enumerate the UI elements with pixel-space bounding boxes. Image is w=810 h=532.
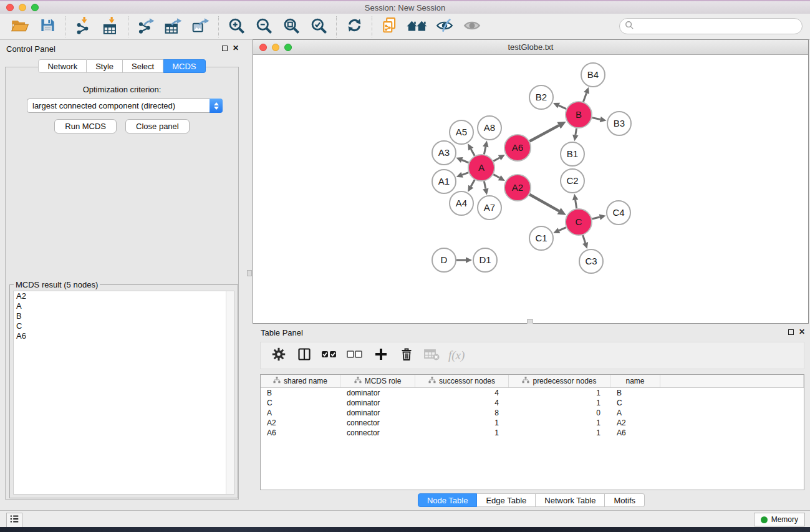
column-header-predecessor-nodes[interactable]: predecessor nodes bbox=[509, 375, 610, 387]
memory-label: Memory bbox=[771, 515, 798, 524]
show-graphics-details-button bbox=[461, 16, 483, 38]
graph-node-label: A6 bbox=[512, 142, 523, 153]
table-row[interactable]: A2connector11A2 bbox=[261, 418, 804, 428]
network-snapshot-button[interactable] bbox=[378, 16, 401, 38]
trash-icon bbox=[399, 347, 414, 364]
import-table-icon bbox=[102, 16, 119, 37]
toolbar-separator bbox=[372, 16, 372, 37]
mcds-result-box: MCDS result (5 nodes) A2ABCA6 bbox=[9, 284, 238, 498]
select-all-columns-button[interactable] bbox=[318, 344, 341, 367]
control-panel-tabs: NetworkStyleSelectMCDS bbox=[0, 59, 244, 73]
eye-slash-icon bbox=[435, 17, 454, 37]
table-row[interactable]: Adominator80A bbox=[261, 408, 804, 418]
zoom-fit-button[interactable] bbox=[280, 16, 302, 38]
hide-graphics-details-button[interactable] bbox=[433, 16, 456, 38]
graph-node-label: B bbox=[576, 109, 582, 120]
column-type-icon bbox=[273, 377, 281, 385]
toolbar-separator bbox=[336, 16, 337, 37]
tab-network-table[interactable]: Network Table bbox=[536, 493, 605, 507]
graph-edge-C-C4 bbox=[592, 217, 599, 219]
toolbar-separator bbox=[218, 16, 219, 37]
tab-edge-table[interactable]: Edge Table bbox=[477, 493, 536, 507]
graph-node-label: C2 bbox=[566, 175, 578, 186]
graph-edge-C-C2 bbox=[576, 200, 577, 209]
gear-icon bbox=[271, 347, 286, 364]
import-table-button[interactable] bbox=[99, 16, 122, 38]
mcds-result-item[interactable]: A bbox=[14, 301, 234, 311]
node-table: shared name MCDS role successor nodes pr… bbox=[260, 374, 804, 490]
zoom-selected-button[interactable] bbox=[307, 16, 330, 38]
graph-node-label: D1 bbox=[479, 254, 491, 265]
network-close-button[interactable] bbox=[259, 44, 267, 51]
export-network-button[interactable] bbox=[135, 16, 157, 38]
table-cell: 0 bbox=[509, 409, 610, 417]
table-tabs: Node TableEdge TableNetwork TableMotifs bbox=[253, 493, 810, 507]
tab-select[interactable]: Select bbox=[123, 59, 163, 73]
tab-network[interactable]: Network bbox=[38, 59, 87, 73]
export-image-button[interactable] bbox=[190, 16, 212, 38]
close-panel-button[interactable]: Close panel bbox=[125, 119, 190, 133]
mcds-result-item[interactable]: A2 bbox=[14, 291, 234, 301]
run-mcds-button[interactable]: Run MCDS bbox=[54, 119, 117, 133]
column-header-MCDS-role[interactable]: MCDS role bbox=[340, 375, 415, 387]
table-row[interactable]: A6connector11A6 bbox=[261, 428, 804, 438]
close-panel-icon[interactable]: ✕ bbox=[233, 45, 239, 51]
column-header-successor-nodes[interactable]: successor nodes bbox=[415, 375, 509, 387]
list-icon bbox=[9, 513, 20, 527]
export-table-button[interactable] bbox=[162, 16, 185, 38]
window-controls bbox=[6, 1, 39, 14]
close-window-button[interactable] bbox=[6, 4, 14, 11]
table-row[interactable]: Bdominator41B bbox=[261, 388, 804, 398]
split-divider-handle-left[interactable] bbox=[247, 270, 252, 276]
delete-columns-button[interactable] bbox=[395, 344, 418, 367]
folder-open-icon bbox=[11, 17, 29, 37]
criterion-dropdown[interactable]: largest connected component (directed) bbox=[27, 99, 223, 113]
tab-node-table[interactable]: Node Table bbox=[418, 493, 478, 507]
graph-node-label: A5 bbox=[456, 127, 467, 137]
graph-node-label: C4 bbox=[612, 207, 624, 218]
create-column-button[interactable] bbox=[369, 344, 392, 367]
network-canvas[interactable]: B4B2BB3A8A5A6A3B1AA1C2A2A4A7C4CC1C3DD1 bbox=[253, 55, 808, 323]
mcds-result-item[interactable]: B bbox=[14, 311, 234, 321]
home-button[interactable] bbox=[406, 16, 428, 38]
graph-node-label: A8 bbox=[484, 122, 495, 133]
memory-button[interactable]: Memory bbox=[754, 513, 805, 526]
float-panel-icon[interactable] bbox=[222, 46, 228, 51]
network-zoom-button[interactable] bbox=[284, 44, 292, 51]
result-scrollbar[interactable] bbox=[226, 291, 234, 494]
refresh-icon bbox=[346, 17, 363, 36]
import-network-button[interactable] bbox=[72, 16, 94, 38]
column-header-shared-name[interactable]: shared name bbox=[261, 375, 340, 387]
tab-style[interactable]: Style bbox=[87, 59, 123, 73]
close-table-panel-icon[interactable]: ✕ bbox=[799, 329, 805, 335]
table-row[interactable]: Cdominator41C bbox=[261, 398, 804, 408]
refresh-button[interactable] bbox=[343, 16, 365, 38]
float-table-panel-icon[interactable] bbox=[788, 329, 794, 335]
task-history-button[interactable] bbox=[6, 513, 22, 528]
zoom-window-button[interactable] bbox=[31, 4, 39, 11]
table-header-row: shared name MCDS role successor nodes pr… bbox=[261, 375, 804, 388]
search-input[interactable] bbox=[634, 20, 802, 32]
show-columns-button[interactable] bbox=[292, 344, 316, 367]
mcds-result-item[interactable]: C bbox=[14, 321, 234, 331]
network-minimize-button[interactable] bbox=[272, 44, 279, 51]
zoom-out-button[interactable] bbox=[253, 16, 275, 38]
tab-motifs[interactable]: Motifs bbox=[605, 493, 645, 507]
column-header-name[interactable]: name bbox=[610, 375, 660, 387]
zoom-in-icon bbox=[228, 17, 245, 37]
zoom-in-button[interactable] bbox=[225, 16, 248, 38]
tab-mcds[interactable]: MCDS bbox=[163, 59, 205, 73]
eye-icon bbox=[463, 17, 481, 37]
open-session-button[interactable] bbox=[9, 16, 31, 38]
mcds-result-list: A2ABCA6 bbox=[13, 291, 234, 495]
mcds-result-item[interactable]: A6 bbox=[14, 331, 234, 341]
save-session-button[interactable] bbox=[36, 16, 59, 38]
unselect-all-columns-button[interactable] bbox=[344, 344, 367, 367]
table-cell: 1 bbox=[509, 418, 610, 427]
export-image-icon bbox=[191, 17, 210, 37]
minimize-window-button[interactable] bbox=[19, 4, 26, 11]
table-settings-button[interactable] bbox=[267, 344, 290, 367]
column-header-label: predecessor nodes bbox=[533, 377, 596, 385]
graph-arrowhead bbox=[599, 214, 606, 220]
graph-node-label: C3 bbox=[585, 256, 597, 266]
